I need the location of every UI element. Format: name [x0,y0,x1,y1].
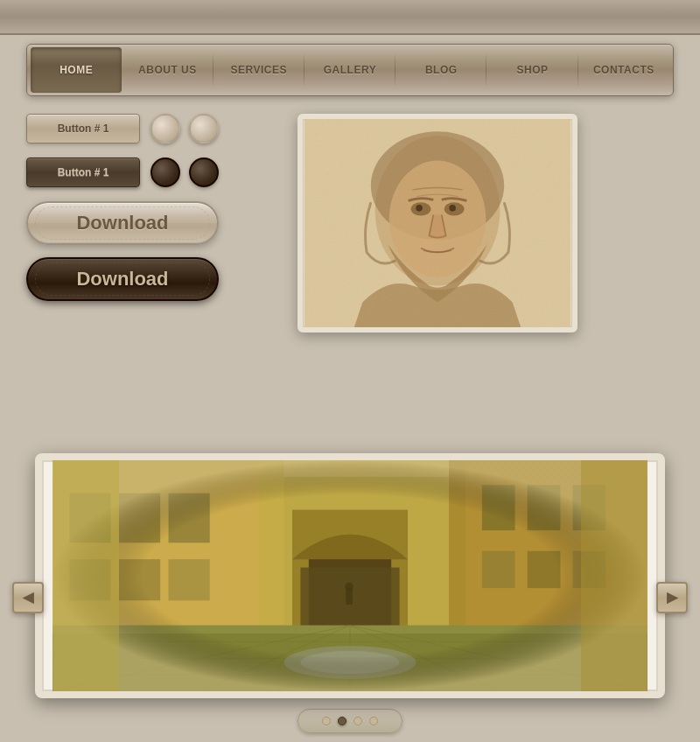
left-panel: Button # 1 Button # 1 Download [26,114,271,332]
slider-dot-4[interactable] [369,717,378,725]
slider-next-button[interactable]: ▶ [656,582,688,613]
svg-rect-50 [53,460,119,691]
nav-item-gallery[interactable]: GALLERY [304,47,396,93]
navigation-bar: HOME ABOUT US SERVICES GALLERY BLOG SHOP… [26,44,674,96]
slider-dot-1[interactable] [322,717,331,725]
circles-row-dark [150,158,219,187]
circle-radio-light-2[interactable] [189,114,219,144]
next-arrow-icon: ▶ [667,591,677,605]
button-small-light-1[interactable]: Button # 1 [26,114,140,144]
prev-arrow-icon: ◀ [23,591,33,605]
nav-item-contacts[interactable]: CONTACTS [578,47,669,93]
nav-item-blog[interactable]: BLOG [396,47,486,93]
download-light-label: Download [76,212,168,234]
button-small-dark-1[interactable]: Button # 1 [26,158,140,187]
right-panel [298,114,674,332]
nav-item-shop[interactable]: SHOP [486,47,578,93]
circles-group-light [150,114,219,144]
portrait-image [303,119,572,327]
svg-rect-10 [304,119,571,327]
circles-row-light [150,114,219,144]
slider-image [42,460,658,691]
slider-section: ◀ [0,453,700,742]
slider-container [35,453,665,698]
slider-dots [298,709,402,733]
slider-dot-2[interactable] [338,717,346,725]
small-buttons-row-2: Button # 1 [26,158,271,187]
nav-item-about[interactable]: ABOUT US [122,47,213,93]
circle-radio-light-1[interactable] [150,114,180,144]
circles-group-dark [150,158,219,187]
svg-rect-51 [581,460,647,691]
portrait-frame [298,114,578,332]
nav-item-services[interactable]: SERVICES [214,47,304,93]
svg-rect-49 [53,460,648,691]
main-content: Button # 1 Button # 1 Download [0,96,700,350]
slider-dot-3[interactable] [354,717,362,725]
slider-prev-button[interactable]: ◀ [12,582,44,613]
download-button-dark[interactable]: Download [26,257,219,301]
download-dark-label: Download [76,268,168,290]
download-button-light[interactable]: Download [26,201,219,245]
small-buttons-row-1: Button # 1 [26,114,271,144]
top-bar [0,0,700,35]
circle-radio-dark-1[interactable] [150,158,180,187]
circle-radio-dark-2[interactable] [189,158,219,187]
nav-item-home[interactable]: HOME [31,47,122,93]
